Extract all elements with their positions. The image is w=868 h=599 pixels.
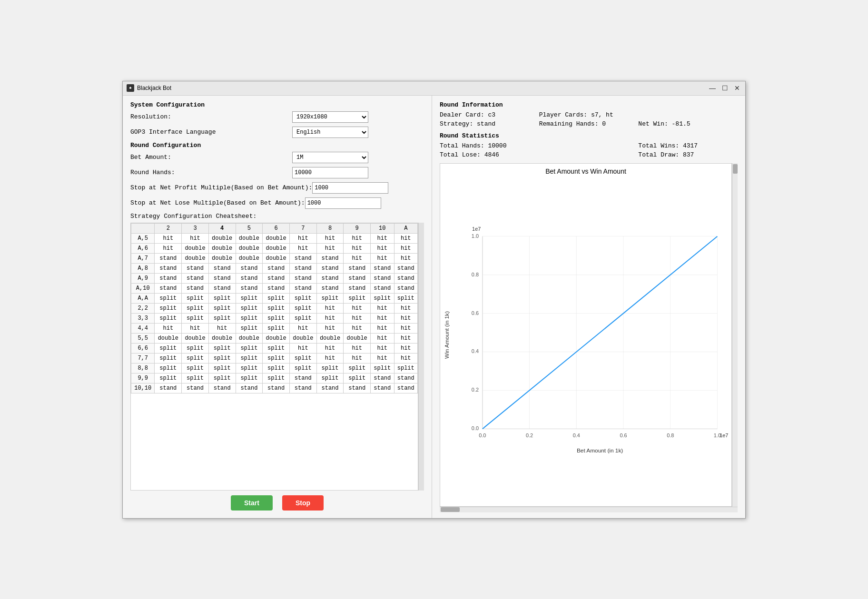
table-row: 6,6splitsplitsplitsplitsplithithithithit… — [131, 343, 418, 353]
row-cell: stand — [182, 383, 209, 393]
col-header-2: 2 — [155, 223, 182, 233]
row-cell: double — [182, 243, 209, 253]
row-cell: split — [182, 303, 209, 313]
total-hands-label: Total Hands: — [440, 142, 484, 149]
total-wins-item: Total Wins: 4317 — [638, 142, 738, 149]
table-row: 10,10standstandstandstandstandstandstand… — [131, 383, 418, 393]
row-cell: split — [371, 363, 394, 373]
row-cell: hit — [371, 243, 394, 253]
row-cell: stand — [263, 283, 290, 293]
stop-button[interactable]: Stop — [282, 495, 324, 511]
bet-amount-select[interactable]: 1M 2M 5M — [292, 152, 368, 163]
row-cell: split — [155, 363, 182, 373]
svg-text:Win Amount (in 1k): Win Amount (in 1k) — [444, 311, 450, 358]
row-cell: stand — [263, 383, 290, 393]
table-row: 5,5doubledoubledoubledoubledoubledoubled… — [131, 333, 418, 343]
strategy-table-wrapper[interactable]: 2 3 4 5 6 7 8 9 10 A — [130, 223, 418, 491]
row-cell: stand — [344, 263, 371, 273]
table-row: 8,8splitsplitsplitsplitsplitsplitsplitsp… — [131, 363, 418, 373]
row-cell: hit — [371, 303, 394, 313]
net-win-item: Net Win: -81.5 — [638, 120, 738, 128]
resolution-select[interactable]: 1920x1080 1280x720 2560x1440 — [292, 111, 368, 123]
row-cell: hit — [316, 353, 344, 363]
scrollbar-thumb-bottom[interactable] — [441, 507, 460, 512]
row-cell: hit — [394, 313, 418, 323]
row-cell: split — [236, 303, 263, 313]
row-header: A,9 — [131, 273, 155, 283]
row-cell: hit — [394, 353, 418, 363]
right-scrollbar[interactable] — [732, 163, 738, 507]
row-header: 8,8 — [131, 363, 155, 373]
round-info-title: Round Information — [440, 101, 738, 108]
row-cell: hit — [289, 343, 316, 353]
language-select[interactable]: English Chinese Japanese — [292, 127, 368, 138]
row-cell: stand — [155, 283, 182, 293]
row-header: 3,3 — [131, 313, 155, 323]
row-cell: hit — [344, 303, 371, 313]
row-cell: double — [263, 253, 290, 263]
row-cell: hit — [344, 353, 371, 363]
round-stats-title: Round Statistics — [440, 132, 738, 139]
stop-lose-value — [305, 197, 424, 209]
row-cell: stand — [316, 283, 344, 293]
stop-profit-input[interactable] — [312, 182, 388, 194]
row-cell: split — [263, 313, 290, 323]
player-cards-label: Player Cards: — [539, 111, 587, 118]
row-cell: split — [289, 303, 316, 313]
row-cell: hit — [316, 303, 344, 313]
svg-text:1e7: 1e7 — [472, 226, 481, 231]
row-cell: split — [263, 293, 290, 303]
total-wins-label: Total Wins: — [638, 142, 679, 149]
row-cell: hit — [344, 323, 371, 333]
row-cell: split — [208, 343, 236, 353]
right-panel: Round Information Dealer Card: c3 Player… — [432, 96, 745, 518]
scrollbar-thumb-top[interactable] — [733, 164, 738, 174]
row-cell: double — [236, 233, 263, 243]
row-cell: hit — [371, 343, 394, 353]
row-cell: split — [236, 293, 263, 303]
stop-profit-value — [312, 182, 424, 194]
table-header-row: 2 3 4 5 6 7 8 9 10 A — [131, 223, 418, 233]
row-cell: split — [394, 293, 418, 303]
row-cell: split — [155, 343, 182, 353]
stop-profit-row: Stop at Net Profit Multiple(Based on Bet… — [130, 182, 424, 194]
row-cell: hit — [155, 243, 182, 253]
row-cell: stand — [155, 273, 182, 283]
round-hands-input[interactable] — [292, 167, 368, 178]
row-cell: double — [208, 253, 236, 263]
bottom-scrollbar[interactable] — [440, 507, 738, 512]
row-cell: stand — [289, 283, 316, 293]
row-cell: stand — [208, 283, 236, 293]
row-cell: double — [263, 233, 290, 243]
row-cell: stand — [371, 273, 394, 283]
player-cards-item: Player Cards: s7, ht — [539, 111, 639, 118]
col-header-A: A — [394, 223, 418, 233]
row-cell: stand — [289, 373, 316, 383]
minimize-button[interactable]: — — [708, 84, 717, 92]
close-button[interactable]: ✕ — [733, 84, 741, 92]
col-header-6: 6 — [263, 223, 290, 233]
start-button[interactable]: Start — [231, 495, 273, 511]
col-header-10: 10 — [371, 223, 394, 233]
maximize-button[interactable]: ☐ — [720, 84, 729, 92]
row-cell: double — [236, 253, 263, 263]
round-info-section: Round Information Dealer Card: c3 Player… — [440, 101, 738, 128]
table-row: A,10standstandstandstandstandstandstands… — [131, 283, 418, 293]
row-cell: split — [236, 373, 263, 383]
row-cell: hit — [394, 303, 418, 313]
row-cell: hit — [371, 313, 394, 323]
row-cell: split — [236, 323, 263, 333]
button-row: Start Stop — [130, 491, 424, 512]
table-row: A,Asplitsplitsplitsplitsplitsplitsplitsp… — [131, 293, 418, 303]
table-scrollbar[interactable] — [418, 223, 424, 491]
row-cell: stand — [155, 253, 182, 263]
row-cell: split — [155, 313, 182, 323]
row-cell: split — [155, 293, 182, 303]
row-cell: stand — [394, 373, 418, 383]
row-cell: stand — [289, 383, 316, 393]
row-cell: stand — [236, 283, 263, 293]
row-cell: stand — [236, 273, 263, 283]
row-cell: stand — [394, 263, 418, 273]
stop-lose-input[interactable] — [305, 197, 381, 209]
row-cell: split — [182, 293, 209, 303]
